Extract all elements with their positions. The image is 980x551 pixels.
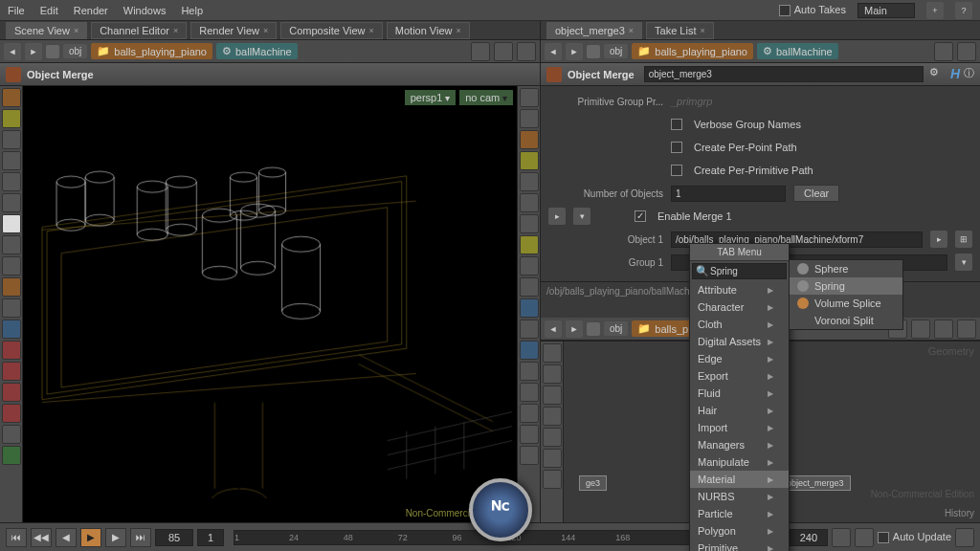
first-frame-button[interactable]: ⏮ — [6, 528, 27, 547]
home-icon[interactable] — [587, 45, 600, 58]
display-tool[interactable] — [520, 88, 539, 107]
timeline-options-icon[interactable] — [955, 528, 974, 547]
magnet-tool[interactable] — [2, 362, 21, 381]
tab-object-merge3[interactable]: object_merge3× — [546, 22, 642, 39]
lasso-tool[interactable] — [2, 109, 21, 128]
path-obj[interactable]: obj — [604, 44, 628, 58]
close-icon[interactable]: × — [173, 26, 178, 35]
display-tool[interactable] — [520, 341, 539, 360]
network-tool[interactable] — [543, 386, 562, 405]
display-tool[interactable] — [520, 109, 539, 128]
tab-motion-view[interactable]: Motion View× — [387, 22, 470, 39]
auto-takes-toggle[interactable]: Auto Takes — [779, 4, 846, 16]
tool-icon[interactable] — [2, 277, 21, 297]
menu-particle[interactable]: Particle▶ — [690, 505, 789, 522]
last-frame-button[interactable]: ⏭ — [130, 528, 151, 547]
tab-composite-view[interactable]: Composite View× — [280, 22, 383, 39]
menu-nurbs[interactable]: NURBS▶ — [690, 488, 789, 505]
path-scene[interactable]: 📁balls_playing_piano — [632, 43, 753, 59]
clear-button[interactable]: Clear — [793, 185, 839, 202]
select-tool[interactable] — [2, 88, 21, 107]
menu-file[interactable]: File — [8, 5, 25, 16]
help-h-icon[interactable]: H — [950, 66, 960, 83]
submenu-spring[interactable]: Spring — [790, 277, 902, 295]
menu-material[interactable]: Material▶ — [690, 471, 789, 488]
tool-icon[interactable] — [2, 235, 21, 254]
menu-fluid[interactable]: Fluid▶ — [690, 385, 789, 402]
display-tool[interactable] — [520, 151, 539, 170]
display-tool[interactable] — [520, 172, 539, 191]
viewport-tool-icon[interactable] — [494, 42, 513, 61]
close-icon[interactable]: × — [369, 26, 374, 35]
close-icon[interactable]: × — [700, 26, 704, 35]
nav-fwd-icon[interactable]: ► — [566, 320, 583, 338]
end-frame-field[interactable] — [790, 529, 828, 546]
display-tool[interactable] — [520, 235, 539, 254]
auto-update-toggle[interactable]: Auto Update — [878, 531, 951, 543]
display-tool[interactable] — [520, 298, 539, 318]
close-icon[interactable]: × — [263, 26, 268, 35]
tool-icon[interactable] — [2, 256, 21, 276]
menu-character[interactable]: Character▶ — [690, 298, 789, 316]
menu-edit[interactable]: Edit — [40, 5, 58, 16]
display-tool[interactable] — [520, 362, 539, 381]
display-tool[interactable] — [520, 404, 539, 423]
submenu-voronoi-split[interactable]: Voronoi Split — [790, 312, 902, 329]
network-tool[interactable] — [543, 364, 562, 384]
display-tool[interactable] — [520, 277, 539, 297]
step-back-button[interactable]: ◀ — [56, 528, 77, 547]
network-tool-icon[interactable] — [934, 320, 953, 339]
path-obj[interactable]: obj — [63, 44, 87, 58]
path-scene[interactable]: 📁balls_playing_piano — [91, 43, 212, 59]
node-object-merge3[interactable]: object_merge3 — [780, 475, 851, 491]
display-tool[interactable] — [520, 320, 539, 339]
per-prim-checkbox[interactable] — [671, 165, 682, 176]
op-chooser-icon[interactable]: ▸ — [930, 231, 947, 248]
tool-icon[interactable] — [2, 193, 21, 212]
info-icon[interactable]: ⓘ — [964, 66, 974, 83]
take-selector[interactable]: Main — [858, 3, 915, 18]
timeline-lock-icon[interactable] — [832, 528, 851, 547]
menu-polygon[interactable]: Polygon▶ — [690, 522, 789, 540]
tool-icon[interactable] — [2, 320, 21, 339]
op-chooser-icon[interactable]: ⊞ — [955, 231, 972, 248]
nav-fwd-icon[interactable]: ► — [25, 43, 42, 60]
close-icon[interactable]: × — [74, 26, 78, 35]
pin-icon[interactable] — [934, 42, 953, 61]
tool-icon[interactable] — [2, 425, 21, 444]
dropdown-icon[interactable]: ▾ — [955, 253, 972, 271]
tab-scene-view[interactable]: Scene View× — [6, 22, 87, 39]
node-ge3[interactable]: ge3 — [579, 475, 607, 491]
home-icon[interactable] — [46, 45, 59, 58]
enable-merge-checkbox[interactable] — [635, 210, 646, 222]
magnet-tool[interactable] — [2, 383, 21, 402]
display-tool[interactable] — [520, 425, 539, 444]
collapse-icon[interactable]: ▾ — [573, 208, 590, 225]
collapse-icon[interactable]: ▸ — [548, 208, 566, 225]
num-objects-field[interactable] — [671, 186, 786, 202]
menu-import[interactable]: Import▶ — [690, 419, 789, 436]
network-tool[interactable] — [543, 407, 562, 426]
path-node[interactable]: ⚙ballMachine — [757, 43, 838, 59]
submenu-sphere[interactable]: Sphere — [790, 260, 902, 277]
nav-back-icon[interactable]: ◄ — [4, 43, 21, 60]
tab-render-view[interactable]: Render View× — [190, 22, 277, 39]
menu-windows[interactable]: Windows — [123, 5, 167, 16]
play-button[interactable]: ▶ — [80, 528, 101, 547]
menu-help[interactable]: Help — [181, 5, 203, 16]
menu-attribute[interactable]: Attribute▶ — [690, 281, 789, 298]
magnet-tool[interactable] — [2, 404, 21, 423]
display-tool[interactable] — [520, 214, 539, 233]
per-point-checkbox[interactable] — [671, 142, 682, 153]
path-node[interactable]: ⚙ballMachine — [216, 43, 298, 59]
nav-back-icon[interactable]: ◄ — [545, 43, 562, 60]
network-tool[interactable] — [543, 449, 562, 468]
path-obj[interactable]: obj — [604, 321, 628, 336]
tool-icon[interactable] — [2, 172, 21, 191]
network-tool[interactable] — [543, 470, 562, 489]
pane-tool-icon[interactable] — [957, 42, 976, 61]
menu-cloth[interactable]: Cloth▶ — [690, 316, 789, 333]
3d-viewport[interactable]: persp1 ▾ no cam ▾ — [23, 86, 517, 522]
menu-manipulate[interactable]: Manipulate▶ — [690, 453, 789, 471]
timeline-key-icon[interactable] — [855, 528, 874, 547]
